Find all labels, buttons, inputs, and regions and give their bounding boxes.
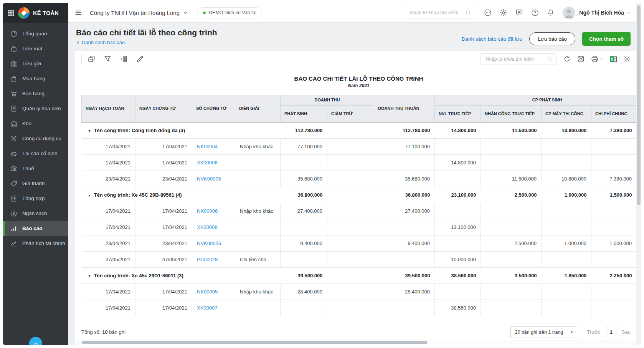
col-header[interactable]: GIẢM TRỪ bbox=[327, 106, 374, 123]
print-options-chevron-down-icon[interactable] bbox=[599, 57, 603, 61]
sidebar-item-cash[interactable]: Tiền mặt bbox=[3, 41, 68, 56]
prev-page-button[interactable]: Trước bbox=[587, 329, 601, 335]
settings-icon[interactable] bbox=[499, 8, 508, 17]
scroll-to-top-button[interactable] bbox=[29, 337, 42, 345]
add-rows-icon[interactable] bbox=[120, 55, 128, 63]
save-report-button[interactable]: Lưu báo cáo bbox=[529, 32, 575, 45]
col-header[interactable]: DIỄN GIẢI bbox=[235, 95, 281, 123]
collapse-triangle-icon[interactable]: ▾ bbox=[89, 193, 91, 197]
document-number-link[interactable]: NK00005 bbox=[197, 289, 218, 295]
col-header[interactable]: CHI PHÍ CHUNG bbox=[591, 106, 636, 123]
document-number-link[interactable]: XK00007 bbox=[197, 305, 218, 311]
edit-icon[interactable] bbox=[136, 55, 144, 63]
sidebar-item-financial-analysis[interactable]: Phân tích tài chính bbox=[3, 236, 68, 251]
sidebar-item-purchase[interactable]: Mua hàng bbox=[3, 71, 68, 86]
cell-cp_may_thi_cong bbox=[542, 139, 591, 155]
document-number-link[interactable]: XK00008 bbox=[197, 224, 218, 230]
filter-icon[interactable] bbox=[104, 55, 112, 63]
settings-icon[interactable] bbox=[623, 55, 631, 63]
more-options-icon[interactable] bbox=[484, 8, 492, 17]
col-header[interactable]: SỐ CHỨNG TỪ bbox=[192, 95, 235, 123]
cell-nhan_cong_truc_tiep bbox=[481, 139, 542, 155]
print-icon[interactable] bbox=[591, 55, 599, 63]
col-header[interactable]: NGÀY CHỨNG TỪ bbox=[135, 95, 192, 123]
group-summary-row: ▾Tên công trình: Xe 45c 29D1-86011 (3)39… bbox=[82, 268, 636, 284]
col-header[interactable]: DOANH THU THUẦN bbox=[374, 95, 435, 123]
cell-so_chung_tu: XK00007 bbox=[192, 300, 235, 316]
horizontal-scrollbar[interactable] bbox=[75, 340, 636, 345]
report-search-input[interactable] bbox=[485, 56, 547, 62]
document-number-link[interactable]: XK00006 bbox=[197, 160, 218, 166]
sidebar-item-invoice[interactable]: Quản lý hóa đơn bbox=[3, 101, 68, 116]
vertical-scrollbar[interactable] bbox=[636, 3, 641, 345]
collapse-triangle-icon[interactable]: ▾ bbox=[89, 129, 91, 133]
col-header[interactable]: CP MÁY THI CÔNG bbox=[542, 106, 591, 123]
breadcrumb-back-link[interactable]: Danh sách báo cáo bbox=[76, 40, 217, 45]
mail-icon[interactable] bbox=[577, 55, 585, 63]
current-page-box[interactable]: 1 bbox=[606, 327, 616, 337]
sidebar-item-tax[interactable]: Thuế bbox=[3, 161, 68, 176]
sidebar-item-sales[interactable]: Bán hàng bbox=[3, 86, 68, 101]
hamburger-menu-icon[interactable] bbox=[74, 9, 82, 17]
cash-icon bbox=[10, 45, 18, 53]
sidebar-item-label: Giá thành bbox=[22, 181, 45, 186]
user-name[interactable]: Ngô Thị Bích Hòa bbox=[579, 10, 624, 16]
sidebar-item-budget[interactable]: Ngân sách bbox=[3, 206, 68, 221]
horizontal-scrollbar-thumb[interactable] bbox=[82, 341, 427, 344]
search-icon[interactable] bbox=[465, 10, 472, 16]
chevron-up-icon bbox=[33, 341, 39, 346]
report-title: BÁO CÁO CHI TIẾT LÃI LỖ THEO CÔNG TRÌNH bbox=[81, 75, 636, 82]
col-header[interactable]: PHÁT SINH bbox=[281, 106, 327, 123]
sidebar-item-warehouse[interactable]: Kho bbox=[3, 116, 68, 131]
table-row[interactable]: 17/04/202117/04/2021NK00004Nhập kho khác… bbox=[82, 139, 636, 155]
table-row[interactable]: 17/04/202117/04/2021XK0000738.560.000 bbox=[82, 300, 636, 316]
table-row[interactable]: 23/04/202123/04/2021NVK0000535.680.00035… bbox=[82, 171, 636, 187]
saved-reports-link[interactable]: Danh sách báo cáo đã lưu bbox=[462, 36, 522, 42]
sidebar-item-tools[interactable]: Công cụ dụng cụ bbox=[3, 131, 68, 146]
table-body: ▾Tên công trình: Công trình đống đa (3)1… bbox=[82, 123, 636, 316]
table-row[interactable]: 17/04/202117/04/2021NK00006Nhập kho khác… bbox=[82, 203, 636, 219]
document-number-link[interactable]: NVK00005 bbox=[197, 176, 221, 182]
col-header[interactable]: NHÂN CÔNG TRỰC TIẾP bbox=[481, 106, 542, 123]
document-number-link[interactable]: PC00028 bbox=[197, 257, 218, 262]
search-icon[interactable] bbox=[547, 56, 553, 62]
document-number-link[interactable]: NK00004 bbox=[197, 144, 218, 149]
chat-icon[interactable] bbox=[515, 8, 523, 17]
collapse-rows-icon[interactable] bbox=[88, 55, 96, 63]
sidebar-item-report[interactable]: Báo cáo bbox=[3, 221, 68, 236]
company-chevron-down-icon[interactable] bbox=[183, 10, 188, 15]
next-page-button[interactable]: Sau bbox=[622, 329, 631, 335]
cell-cp_may_thi_cong bbox=[542, 203, 591, 219]
table-row[interactable]: 23/04/202123/04/2021NVK000069.400.0009.4… bbox=[82, 235, 636, 252]
table-row[interactable]: 07/05/202107/05/2021PC00028Chi tiền cho1… bbox=[82, 252, 636, 268]
app-launcher-grid-icon[interactable] bbox=[7, 9, 15, 17]
collapse-triangle-icon[interactable]: ▾ bbox=[89, 274, 91, 278]
cell-ngay_hach_toan: 17/04/2021 bbox=[82, 139, 135, 155]
group-total-chi_phi_chung: 1.500.000 bbox=[591, 187, 636, 203]
company-name[interactable]: Công ty TNHH Vận tải Hoàng Long bbox=[90, 10, 180, 16]
global-search-input[interactable] bbox=[409, 10, 465, 16]
help-icon[interactable] bbox=[531, 8, 539, 17]
sidebar-item-cost-price[interactable]: Giá thành bbox=[3, 176, 68, 191]
user-menu-chevron-down-icon[interactable] bbox=[627, 11, 631, 15]
col-header[interactable]: NGÀY HẠCH TOÁN bbox=[82, 95, 135, 123]
sidebar-item-overview[interactable]: Tổng quan bbox=[3, 26, 68, 41]
document-number-link[interactable]: NK00006 bbox=[197, 208, 218, 214]
page-size-select[interactable]: 20 bản ghi trên 1 trang ▾ bbox=[510, 326, 578, 338]
col-header[interactable]: NVL TRỰC TIẾP bbox=[435, 106, 481, 123]
vertical-scrollbar-thumb[interactable] bbox=[637, 5, 641, 205]
sidebar-item-bank-deposit[interactable]: Tiền gửi bbox=[3, 56, 68, 71]
warehouse-icon bbox=[10, 120, 18, 128]
user-avatar[interactable] bbox=[563, 7, 575, 19]
table-row[interactable]: 17/04/202117/04/2021XK0000813.100.000 bbox=[82, 219, 636, 235]
document-number-link[interactable]: NVK00006 bbox=[197, 240, 221, 246]
sidebar-item-general-ledger[interactable]: Tổng hợp bbox=[3, 191, 68, 206]
sidebar-item-fixed-asset[interactable]: Tài sản cố định bbox=[3, 146, 68, 161]
refresh-icon[interactable] bbox=[563, 55, 571, 63]
notifications-icon[interactable] bbox=[547, 8, 555, 17]
page-title: Báo cáo chi tiết lãi lỗ theo công trình bbox=[76, 28, 217, 37]
excel-icon[interactable] bbox=[609, 55, 617, 63]
choose-params-button[interactable]: Chọn tham số bbox=[582, 32, 631, 46]
table-row[interactable]: 17/04/202117/04/2021NK00005Nhập kho khác… bbox=[82, 284, 636, 300]
table-row[interactable]: 17/04/202117/04/2021XK0000614.800.000 bbox=[82, 155, 636, 171]
